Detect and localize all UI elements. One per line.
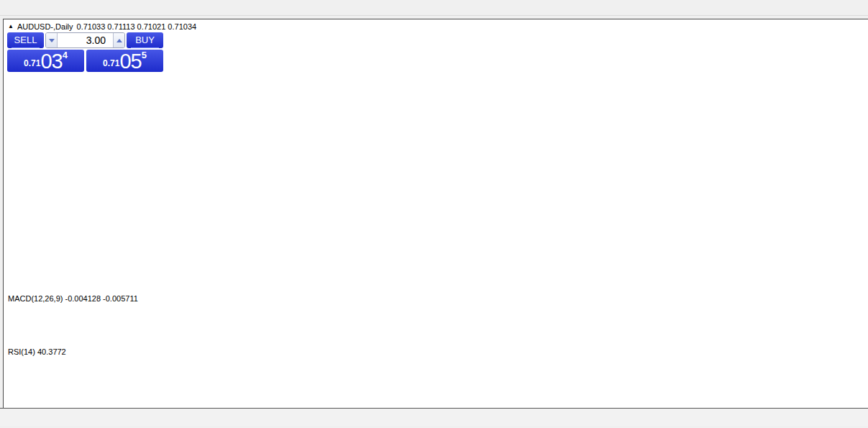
volume-input[interactable]: [58, 33, 113, 47]
volume-increase-button[interactable]: [113, 33, 124, 47]
chart-symbol-label: AUDUSD-,Daily: [17, 22, 73, 31]
ask-big-digits: 05: [119, 52, 141, 70]
bid-big-digits: 03: [40, 52, 62, 70]
macd-name: MACD(12,26,9): [8, 294, 63, 303]
macd-values: -0.004128 -0.005711: [65, 294, 137, 303]
bid-prefix: 0.71: [24, 58, 40, 68]
rsi-indicator-label: RSI(14) 40.3772: [8, 347, 66, 356]
chart-title: ▲ AUDUSD-,Daily 0.71033 0.71113 0.71021 …: [8, 22, 196, 31]
sell-button-label: SELL: [12, 35, 40, 48]
buy-button[interactable]: BUY: [127, 32, 163, 48]
ask-pipette: 5: [142, 50, 147, 60]
buy-price-button[interactable]: 0.71 05 5: [86, 50, 163, 72]
bid-pipette: 4: [63, 50, 68, 60]
volume-decrease-button[interactable]: [46, 33, 58, 47]
volume-spinner: [45, 32, 125, 48]
sell-button[interactable]: SELL: [7, 32, 44, 48]
spinner-down-icon: [49, 39, 55, 42]
mt4-window: ▲ AUDUSD-,Daily 0.71033 0.71113 0.71021 …: [0, 0, 868, 428]
macd-indicator-label: MACD(12,26,9) -0.004128 -0.005711: [8, 294, 138, 303]
chart-tab-bar: [0, 408, 868, 426]
one-click-trading-panel: SELL BUY 0.71 03 4 0.71: [7, 32, 163, 72]
spinner-up-icon: [117, 39, 122, 42]
chart-ohlc-values: 0.71033 0.71113 0.71021 0.71034: [77, 22, 197, 31]
rsi-name: RSI(14): [8, 347, 35, 356]
buy-button-label: BUY: [131, 35, 159, 48]
chart-shift-icon: ▲: [8, 24, 14, 29]
ask-prefix: 0.71: [103, 58, 119, 68]
rsi-value: 40.3772: [37, 347, 66, 356]
sell-price-button[interactable]: 0.71 03 4: [7, 50, 84, 72]
